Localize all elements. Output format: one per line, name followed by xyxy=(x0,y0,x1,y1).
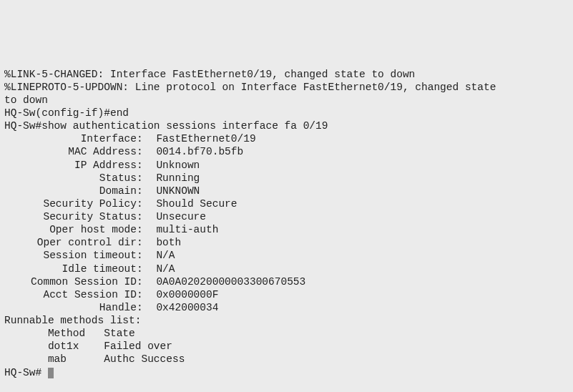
field-label: Session timeout xyxy=(4,249,137,262)
field-value: Should Secure xyxy=(144,197,237,210)
session-field: IP Address: Unknown xyxy=(4,159,569,172)
field-label: MAC Address xyxy=(4,145,137,158)
field-value: 0x42000034 xyxy=(144,301,218,314)
session-field: MAC Address: 0014.bf70.b5fb xyxy=(4,145,569,158)
field-value: both xyxy=(144,236,181,249)
prompt-line[interactable]: HQ-Sw# xyxy=(4,366,569,379)
field-label: Oper control dir xyxy=(4,236,137,249)
field-label: Idle timeout xyxy=(4,263,137,275)
methods-columns: Method State xyxy=(4,327,569,340)
field-label: Security Status xyxy=(4,210,137,223)
field-value: UNKNOWN xyxy=(144,185,200,197)
field-label: Interface xyxy=(4,132,137,145)
prompt-line: HQ-Sw#show authentication sessions inter… xyxy=(4,119,569,132)
field-value: FastEthernet0/19 xyxy=(144,132,256,145)
session-field: Common Session ID: 0A0A02020000003300670… xyxy=(4,275,569,288)
terminal-output: %LINK-5-CHANGED: Interface FastEthernet0… xyxy=(0,65,573,382)
session-field: Status: Running xyxy=(4,172,569,185)
session-field: Security Policy: Should Secure xyxy=(4,197,569,210)
session-field: Oper control dir: both xyxy=(4,236,569,249)
field-label: Acct Session ID xyxy=(4,288,137,301)
session-field: Handle: 0x42000034 xyxy=(4,301,569,314)
prompt-text: HQ-Sw# xyxy=(4,367,48,378)
log-line: %LINK-5-CHANGED: Interface FastEthernet0… xyxy=(4,68,569,81)
methods-header: Runnable methods list: xyxy=(4,314,569,327)
log-line: to down xyxy=(4,94,569,107)
field-label: Handle xyxy=(4,301,137,314)
session-field: Oper host mode: multi-auth xyxy=(4,223,569,236)
field-value: 0A0A02020000003300670553 xyxy=(144,275,305,288)
field-label: Common Session ID xyxy=(4,275,137,288)
prompt-line: HQ-Sw(config-if)#end xyxy=(4,107,569,119)
field-label: Status xyxy=(4,172,137,185)
session-field: Acct Session ID: 0x0000000F xyxy=(4,288,569,301)
field-value: Unknown xyxy=(144,159,200,172)
field-value: Running xyxy=(144,172,200,185)
field-value: N/A xyxy=(144,263,175,275)
session-field: Interface: FastEthernet0/19 xyxy=(4,132,569,145)
field-value: N/A xyxy=(144,249,175,262)
field-value: multi-auth xyxy=(144,223,218,236)
field-label: Oper host mode xyxy=(4,223,137,236)
session-field: Session timeout: N/A xyxy=(4,249,569,262)
method-row: dot1x Failed over xyxy=(4,340,569,353)
field-value: 0x0000000F xyxy=(144,288,218,301)
field-label: IP Address xyxy=(4,159,137,172)
session-field: Domain: UNKNOWN xyxy=(4,185,569,197)
field-label: Domain xyxy=(4,185,137,197)
field-value: 0014.bf70.b5fb xyxy=(144,145,243,158)
session-field: Idle timeout: N/A xyxy=(4,263,569,275)
session-field: Security Status: Unsecure xyxy=(4,210,569,223)
method-row: mab Authc Success xyxy=(4,353,569,366)
cursor-icon xyxy=(48,368,54,378)
field-label: Security Policy xyxy=(4,197,137,210)
log-line: %LINEPROTO-5-UPDOWN: Line protocol on In… xyxy=(4,81,569,94)
field-value: Unsecure xyxy=(144,210,206,223)
